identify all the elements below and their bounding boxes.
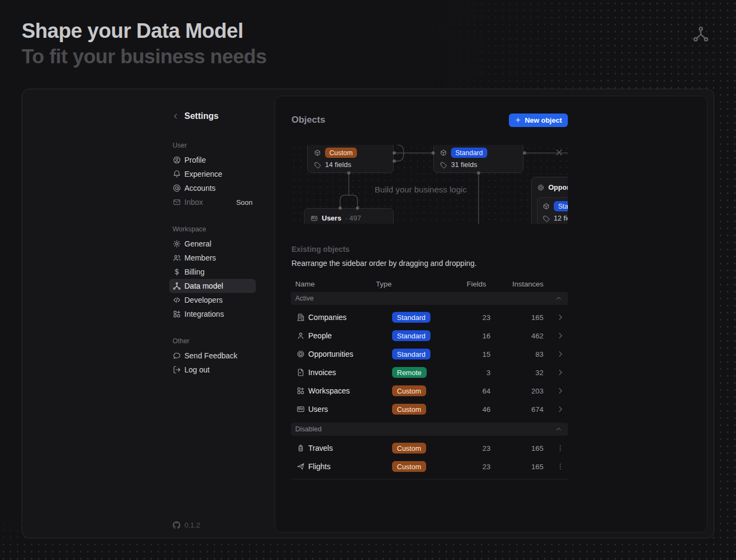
document-icon bbox=[296, 368, 305, 377]
type-badge: Standard bbox=[392, 349, 430, 359]
sidebar-item-log-out[interactable]: Log out bbox=[169, 363, 256, 377]
instances-count: 165 bbox=[490, 314, 543, 322]
version-number: 0.1.2 bbox=[184, 521, 200, 529]
chevron-right-icon[interactable] bbox=[556, 405, 565, 414]
logout-icon bbox=[173, 365, 181, 374]
sidebar-item-label: Data model bbox=[184, 282, 223, 290]
members-icon bbox=[173, 254, 181, 262]
sidebar-item-accounts[interactable]: Accounts bbox=[169, 181, 256, 195]
chevron-up-icon[interactable] bbox=[555, 425, 562, 433]
sidebar-item-developers[interactable]: Developers bbox=[169, 293, 256, 307]
cube-icon bbox=[542, 203, 550, 210]
settings-header[interactable]: Settings bbox=[172, 111, 218, 121]
section-label-user: User bbox=[169, 142, 256, 149]
table-row-travels[interactable]: Travels Custom 23 165 bbox=[291, 439, 568, 457]
tag-icon bbox=[440, 161, 447, 169]
sidebar-item-profile[interactable]: Profile bbox=[169, 153, 256, 167]
sidebar-item-label: Members bbox=[184, 254, 216, 262]
sidebar-item-data-model[interactable]: Data model bbox=[169, 279, 256, 293]
sidebar-item-billing[interactable]: Billing bbox=[169, 265, 256, 279]
fields-count: 23 bbox=[452, 314, 490, 322]
type-badge: Remote bbox=[392, 367, 427, 378]
kebab-menu-icon[interactable] bbox=[556, 444, 565, 452]
fields-count: 64 bbox=[452, 387, 490, 395]
id-card-icon bbox=[296, 405, 305, 414]
sidebar-item-members[interactable]: Members bbox=[169, 251, 256, 265]
sidebar-item-integrations[interactable]: Integrations bbox=[169, 307, 256, 321]
group-header-active[interactable]: Active bbox=[291, 292, 568, 305]
type-badge: Custom bbox=[392, 404, 426, 415]
nav-section-user: User bbox=[169, 142, 256, 149]
existing-objects-subtitle: Rearrange the sidebar order by dragging … bbox=[291, 259, 476, 268]
object-name: Opportunities bbox=[548, 183, 568, 191]
table-row-opportunities[interactable]: Opportunities Standard 15 83 bbox=[291, 345, 568, 363]
instances-count: 165 bbox=[490, 444, 543, 452]
integrations-icon bbox=[173, 310, 181, 318]
instances-count: 462 bbox=[490, 332, 543, 340]
chevron-right-icon[interactable] bbox=[556, 368, 565, 377]
group-header-disabled[interactable]: Disabled bbox=[291, 423, 568, 436]
nested-card: Standard 12 fields bbox=[537, 197, 568, 224]
chevron-right-icon[interactable] bbox=[556, 331, 565, 340]
table-row-workspaces[interactable]: Workspaces Custom 64 203 bbox=[291, 382, 568, 400]
column-header-fields: Fields bbox=[452, 280, 490, 288]
sidebar-item-send-feedback[interactable]: Send Feedback bbox=[169, 349, 256, 363]
column-header-type: Type bbox=[376, 280, 452, 288]
bell-icon bbox=[173, 170, 181, 178]
sidebar-item-label: Billing bbox=[184, 268, 204, 276]
profile-icon bbox=[173, 156, 181, 164]
fields-count: 46 bbox=[452, 405, 490, 414]
object-name: Users bbox=[322, 214, 341, 222]
fields-count: 14 fields bbox=[325, 161, 351, 169]
sidebar-item-experience[interactable]: Experience bbox=[169, 167, 256, 181]
chevron-right-icon[interactable] bbox=[556, 386, 565, 395]
plus-icon bbox=[515, 117, 521, 123]
github-icon bbox=[173, 521, 181, 529]
fields-count: 15 bbox=[452, 350, 490, 358]
object-name: Travels bbox=[308, 444, 333, 452]
sidebar-item-general[interactable]: General bbox=[169, 237, 256, 251]
fields-count: 12 fields bbox=[554, 214, 568, 222]
table-row-flights[interactable]: Flights Custom 23 165 bbox=[291, 457, 568, 476]
objects-title: Objects bbox=[291, 115, 325, 125]
table-row-users[interactable]: Users Custom 46 674 bbox=[291, 400, 568, 418]
table-row-invoices[interactable]: Invoices Remote 3 32 bbox=[291, 363, 568, 382]
workspace-grid-icon bbox=[296, 386, 305, 395]
instance-count: · 497 bbox=[345, 214, 361, 222]
sidebar-item-label: Developers bbox=[184, 296, 223, 304]
inbox-icon bbox=[173, 198, 181, 206]
sidebar-item-label: Experience bbox=[184, 170, 222, 178]
chevron-right-icon[interactable] bbox=[556, 350, 565, 358]
object-name: Workspaces bbox=[308, 386, 350, 395]
dollar-icon bbox=[173, 268, 181, 276]
code-icon bbox=[173, 296, 181, 304]
type-badge: Standard bbox=[392, 330, 430, 341]
cube-icon bbox=[440, 149, 447, 157]
table-row-people[interactable]: People Standard 16 462 bbox=[291, 326, 568, 345]
table-row-companies[interactable]: Companies Standard 23 165 bbox=[291, 308, 568, 326]
plane-icon bbox=[296, 462, 305, 471]
object-name: Users bbox=[308, 405, 328, 414]
diagram-card-custom[interactable]: Custom 14 fields bbox=[307, 145, 394, 173]
object-name: Invoices bbox=[308, 368, 336, 377]
data-model-diagram: Build your business logic Custom 14 fiel… bbox=[291, 145, 568, 224]
diagram-card-standard[interactable]: Standard 31 fields bbox=[433, 145, 523, 173]
chevron-up-icon[interactable] bbox=[555, 295, 562, 302]
target-icon bbox=[296, 350, 305, 358]
sidebar-item-inbox: Inbox Soon bbox=[169, 195, 256, 209]
sidebar-item-label: Send Feedback bbox=[184, 351, 237, 360]
diagram-card-opportunities[interactable]: Opportunities Standard 12 fields bbox=[531, 177, 568, 224]
instances-count: 203 bbox=[490, 387, 543, 395]
soon-badge: Soon bbox=[236, 198, 253, 206]
new-object-button[interactable]: New object bbox=[509, 114, 568, 127]
tag-icon bbox=[542, 215, 550, 222]
fields-count: 31 fields bbox=[451, 161, 477, 169]
column-header-name: Name bbox=[291, 280, 376, 288]
diagram-card-users[interactable]: Users · 497 bbox=[304, 208, 394, 224]
fields-count: 23 bbox=[452, 463, 490, 471]
instances-count: 674 bbox=[490, 405, 543, 414]
chevron-right-icon[interactable] bbox=[556, 313, 565, 322]
kebab-menu-icon[interactable] bbox=[556, 462, 565, 471]
sidebar-item-label: Integrations bbox=[184, 310, 224, 318]
app-version: 0.1.2 bbox=[173, 521, 200, 529]
